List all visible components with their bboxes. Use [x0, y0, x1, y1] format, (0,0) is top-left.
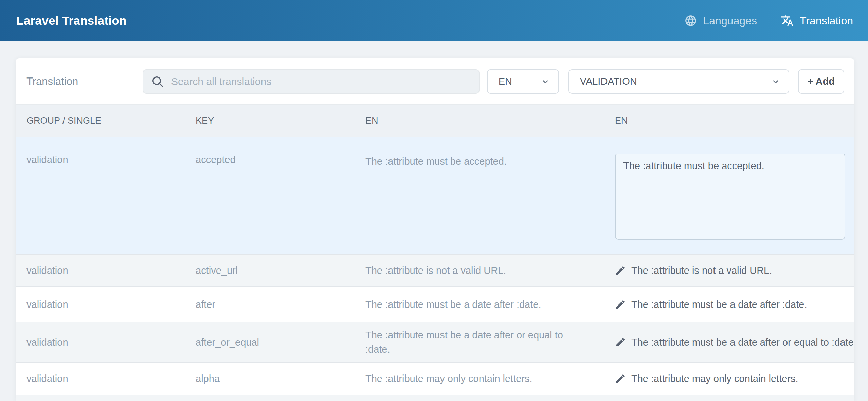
table-header: GROUP / SINGLE KEY EN EN [16, 104, 854, 137]
table-row-after-or-equal: validation after_or_equal The :attribute… [16, 322, 854, 362]
cell-group: validation [16, 299, 185, 310]
group-select[interactable]: VALIDATION [568, 69, 789, 94]
translation-text[interactable]: The :attribute may only contain letters. [631, 373, 798, 384]
header-group-single: GROUP / SINGLE [16, 116, 185, 126]
cell-source: The :attribute must be accepted. [355, 154, 605, 169]
chevron-down-icon [541, 77, 550, 86]
header-source-locale: EN [355, 114, 605, 127]
search-input[interactable] [170, 75, 471, 88]
chevron-down-icon [771, 77, 780, 86]
cell-group: validation [16, 337, 185, 348]
edit-pencil-icon[interactable] [615, 337, 626, 348]
card-title: Translation [26, 75, 143, 88]
cell-key: accepted [185, 154, 355, 165]
nav-links: Languages Translation [684, 14, 853, 27]
cell-source: The :attribute may only contain letters. [355, 371, 605, 386]
translate-icon [781, 14, 794, 27]
group-select-value: VALIDATION [580, 76, 637, 87]
translation-edit-textarea[interactable]: The :attribute must be accepted. [615, 154, 845, 240]
app-title: Laravel Translation [16, 14, 127, 28]
cell-source: The :attribute is not a valid URL. [355, 263, 605, 278]
cell-key: alpha [185, 373, 355, 384]
language-select[interactable]: EN [487, 69, 559, 94]
header-key: KEY [185, 116, 355, 126]
table-row-partial [16, 395, 854, 401]
cell-source: The :attribute must be a date after :dat… [355, 297, 605, 312]
cell-key: after_or_equal [185, 337, 355, 348]
search-box[interactable] [143, 69, 480, 94]
nav-item-languages[interactable]: Languages [684, 14, 757, 27]
translation-card: Translation EN VALIDATION + Add GROUP / … [16, 58, 854, 401]
edit-pencil-icon[interactable] [615, 299, 626, 310]
globe-icon [684, 14, 697, 27]
search-icon [151, 75, 164, 88]
navbar: Laravel Translation Languages Translatio… [0, 0, 868, 41]
translation-text[interactable]: The :attribute must be a date after :dat… [631, 299, 807, 310]
cell-translation: The :attribute must be a date after :dat… [605, 299, 854, 310]
cell-group: validation [16, 373, 185, 384]
nav-languages-label: Languages [703, 15, 757, 27]
add-button[interactable]: + Add [798, 69, 844, 94]
cell-translation: The :attribute is not a valid URL. [605, 265, 854, 276]
cell-key: active_url [185, 265, 355, 276]
translation-text[interactable]: The :attribute must be a date after or e… [631, 337, 854, 348]
cell-key: after [185, 299, 355, 310]
table-row-after: validation after The :attribute must be … [16, 286, 854, 322]
edit-pencil-icon[interactable] [615, 373, 626, 384]
cell-group: validation [16, 154, 185, 165]
cell-translation: The :attribute may only contain letters. [605, 373, 854, 384]
table-row-active-url: validation active_url The :attribute is … [16, 254, 854, 286]
cell-group: validation [16, 265, 185, 276]
cell-source: The :attribute must be a date after or e… [355, 328, 605, 356]
cell-translation: The :attribute must be a date after or e… [605, 337, 854, 348]
nav-translation-label: Translation [800, 15, 853, 27]
cell-translation-editing: The :attribute must be accepted. [605, 154, 854, 240]
translation-text[interactable]: The :attribute is not a valid URL. [631, 265, 772, 276]
language-select-value: EN [499, 76, 512, 87]
edit-pencil-icon[interactable] [615, 265, 626, 276]
table-row-alpha: validation alpha The :attribute may only… [16, 362, 854, 395]
header-target-locale: EN [605, 116, 854, 126]
nav-item-translation[interactable]: Translation [781, 14, 853, 27]
toolbar: Translation EN VALIDATION + Add [16, 58, 854, 104]
table-row-accepted: validation accepted The :attribute must … [16, 137, 854, 254]
